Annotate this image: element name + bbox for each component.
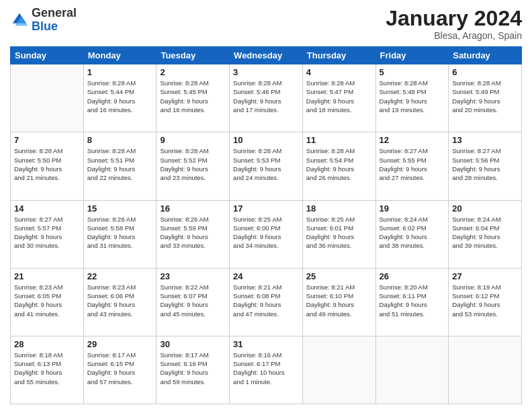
day-cell: 28Sunrise: 8:18 AM Sunset: 6:13 PM Dayli… (11, 336, 84, 404)
day-number: 31 (233, 339, 299, 349)
day-info: Sunrise: 8:25 AM Sunset: 6:00 PM Dayligh… (233, 215, 299, 250)
day-info: Sunrise: 8:21 AM Sunset: 6:10 PM Dayligh… (306, 283, 372, 318)
day-number: 7 (14, 135, 80, 145)
day-cell: 24Sunrise: 8:21 AM Sunset: 6:08 PM Dayli… (230, 268, 303, 336)
day-cell: 11Sunrise: 8:28 AM Sunset: 5:54 PM Dayli… (302, 132, 375, 200)
day-cell: 13Sunrise: 8:27 AM Sunset: 5:56 PM Dayli… (449, 132, 522, 200)
day-info: Sunrise: 8:28 AM Sunset: 5:50 PM Dayligh… (14, 146, 80, 182)
day-number: 14 (14, 203, 80, 214)
day-cell: 30Sunrise: 8:17 AM Sunset: 6:16 PM Dayli… (157, 336, 230, 404)
day-info: Sunrise: 8:26 AM Sunset: 5:59 PM Dayligh… (160, 215, 226, 250)
day-info: Sunrise: 8:19 AM Sunset: 6:12 PM Dayligh… (452, 283, 518, 318)
logo-text: General Blue (32, 7, 77, 34)
day-number: 2 (160, 67, 226, 77)
day-info: Sunrise: 8:24 AM Sunset: 6:02 PM Dayligh… (380, 215, 445, 250)
day-cell: 20Sunrise: 8:24 AM Sunset: 6:04 PM Dayli… (449, 200, 522, 268)
day-info: Sunrise: 8:24 AM Sunset: 6:04 PM Dayligh… (452, 215, 518, 250)
day-number: 15 (87, 203, 153, 214)
day-number: 26 (380, 271, 445, 281)
day-info: Sunrise: 8:22 AM Sunset: 6:07 PM Dayligh… (160, 283, 226, 318)
day-number: 16 (160, 203, 226, 214)
day-number: 8 (87, 135, 153, 145)
day-cell: 31Sunrise: 8:16 AM Sunset: 6:17 PM Dayli… (230, 336, 303, 404)
day-number: 23 (160, 271, 226, 281)
day-cell: 17Sunrise: 8:25 AM Sunset: 6:00 PM Dayli… (230, 200, 303, 268)
day-cell: 6Sunrise: 8:28 AM Sunset: 5:49 PM Daylig… (449, 64, 522, 132)
logo: General Blue (10, 7, 77, 34)
day-number: 13 (452, 135, 518, 145)
weekday-header-wednesday: Wednesday (230, 47, 303, 64)
day-cell: 3Sunrise: 8:28 AM Sunset: 5:46 PM Daylig… (230, 64, 303, 132)
day-info: Sunrise: 8:28 AM Sunset: 5:49 PM Dayligh… (452, 79, 518, 114)
day-info: Sunrise: 8:28 AM Sunset: 5:46 PM Dayligh… (233, 79, 299, 114)
day-info: Sunrise: 8:17 AM Sunset: 6:15 PM Dayligh… (87, 351, 153, 386)
day-cell: 18Sunrise: 8:25 AM Sunset: 6:01 PM Dayli… (302, 200, 375, 268)
week-row-4: 21Sunrise: 8:23 AM Sunset: 6:05 PM Dayli… (11, 268, 522, 336)
day-info: Sunrise: 8:27 AM Sunset: 5:57 PM Dayligh… (14, 215, 80, 250)
day-number: 29 (87, 339, 153, 349)
day-cell: 8Sunrise: 8:28 AM Sunset: 5:51 PM Daylig… (83, 132, 157, 200)
logo-icon (10, 11, 29, 30)
day-number: 9 (160, 135, 226, 145)
week-row-5: 28Sunrise: 8:18 AM Sunset: 6:13 PM Dayli… (11, 336, 522, 404)
day-number: 25 (306, 271, 372, 281)
day-info: Sunrise: 8:23 AM Sunset: 6:06 PM Dayligh… (87, 283, 153, 318)
day-info: Sunrise: 8:28 AM Sunset: 5:54 PM Dayligh… (306, 146, 372, 182)
day-number: 18 (306, 203, 372, 214)
day-info: Sunrise: 8:16 AM Sunset: 6:17 PM Dayligh… (233, 351, 299, 386)
day-cell: 29Sunrise: 8:17 AM Sunset: 6:15 PM Dayli… (83, 336, 157, 404)
day-number: 19 (380, 203, 445, 214)
day-info: Sunrise: 8:25 AM Sunset: 6:01 PM Dayligh… (306, 215, 372, 250)
day-info: Sunrise: 8:28 AM Sunset: 5:52 PM Dayligh… (160, 146, 226, 182)
day-cell: 26Sunrise: 8:20 AM Sunset: 6:11 PM Dayli… (375, 268, 449, 336)
week-row-2: 7Sunrise: 8:28 AM Sunset: 5:50 PM Daylig… (11, 132, 522, 200)
day-info: Sunrise: 8:27 AM Sunset: 5:56 PM Dayligh… (452, 146, 518, 182)
day-info: Sunrise: 8:28 AM Sunset: 5:44 PM Dayligh… (87, 79, 153, 114)
weekday-header-saturday: Saturday (449, 47, 522, 64)
page: General Blue January 2024 Blesa, Aragon,… (0, 0, 532, 411)
day-number: 11 (306, 135, 372, 145)
weekday-header-sunday: Sunday (11, 47, 84, 64)
title-block: January 2024 Blesa, Aragon, Spain (386, 7, 522, 41)
day-number: 22 (87, 271, 153, 281)
day-cell (375, 336, 449, 404)
day-number: 10 (233, 135, 299, 145)
day-cell: 1Sunrise: 8:28 AM Sunset: 5:44 PM Daylig… (83, 64, 157, 132)
day-info: Sunrise: 8:28 AM Sunset: 5:51 PM Dayligh… (87, 146, 153, 182)
day-info: Sunrise: 8:21 AM Sunset: 6:08 PM Dayligh… (233, 283, 299, 318)
day-info: Sunrise: 8:28 AM Sunset: 5:48 PM Dayligh… (380, 79, 445, 114)
day-cell: 5Sunrise: 8:28 AM Sunset: 5:48 PM Daylig… (375, 64, 449, 132)
day-info: Sunrise: 8:23 AM Sunset: 6:05 PM Dayligh… (14, 283, 80, 318)
day-number: 12 (380, 135, 445, 145)
day-number: 20 (452, 203, 518, 214)
day-info: Sunrise: 8:17 AM Sunset: 6:16 PM Dayligh… (160, 351, 226, 386)
week-row-1: 1Sunrise: 8:28 AM Sunset: 5:44 PM Daylig… (11, 64, 522, 132)
day-cell: 22Sunrise: 8:23 AM Sunset: 6:06 PM Dayli… (83, 268, 157, 336)
day-cell: 14Sunrise: 8:27 AM Sunset: 5:57 PM Dayli… (11, 200, 84, 268)
day-cell: 27Sunrise: 8:19 AM Sunset: 6:12 PM Dayli… (449, 268, 522, 336)
day-cell (11, 64, 84, 132)
day-info: Sunrise: 8:27 AM Sunset: 5:55 PM Dayligh… (380, 146, 445, 182)
weekday-header-monday: Monday (83, 47, 157, 64)
day-number: 28 (14, 339, 80, 349)
day-cell: 7Sunrise: 8:28 AM Sunset: 5:50 PM Daylig… (11, 132, 84, 200)
day-cell: 16Sunrise: 8:26 AM Sunset: 5:59 PM Dayli… (157, 200, 230, 268)
day-cell: 15Sunrise: 8:26 AM Sunset: 5:58 PM Dayli… (83, 200, 157, 268)
weekday-header-row: SundayMondayTuesdayWednesdayThursdayFrid… (11, 47, 522, 64)
weekday-header-tuesday: Tuesday (157, 47, 230, 64)
week-row-3: 14Sunrise: 8:27 AM Sunset: 5:57 PM Dayli… (11, 200, 522, 268)
day-number: 1 (87, 67, 153, 77)
day-number: 4 (306, 67, 372, 77)
day-info: Sunrise: 8:20 AM Sunset: 6:11 PM Dayligh… (380, 283, 445, 318)
day-cell: 12Sunrise: 8:27 AM Sunset: 5:55 PM Dayli… (375, 132, 449, 200)
header: General Blue January 2024 Blesa, Aragon,… (10, 7, 522, 41)
day-number: 24 (233, 271, 299, 281)
day-info: Sunrise: 8:28 AM Sunset: 5:53 PM Dayligh… (233, 146, 299, 182)
day-cell (302, 336, 375, 404)
calendar-subtitle: Blesa, Aragon, Spain (386, 30, 522, 41)
day-cell: 23Sunrise: 8:22 AM Sunset: 6:07 PM Dayli… (157, 268, 230, 336)
day-cell: 2Sunrise: 8:28 AM Sunset: 5:45 PM Daylig… (157, 64, 230, 132)
day-cell (449, 336, 522, 404)
day-info: Sunrise: 8:28 AM Sunset: 5:47 PM Dayligh… (306, 79, 372, 114)
day-number: 5 (380, 67, 445, 77)
